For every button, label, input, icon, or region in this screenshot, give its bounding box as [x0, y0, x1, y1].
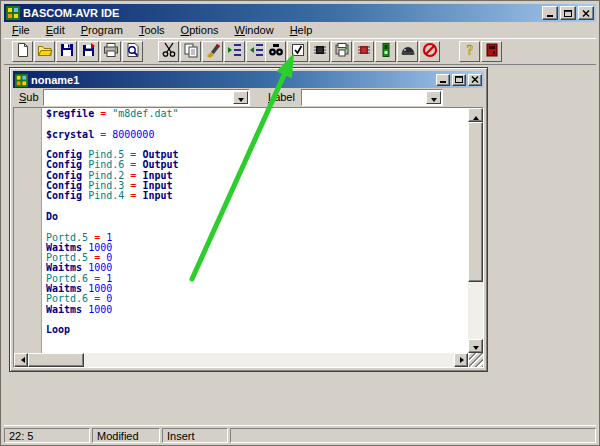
minimize-icon: [546, 10, 554, 17]
compile-button[interactable]: [309, 41, 330, 62]
copy-icon: [183, 42, 199, 62]
horizontal-scrollbar[interactable]: [14, 353, 468, 367]
print-button[interactable]: [100, 41, 121, 62]
save-all-icon: [81, 42, 97, 62]
cut-button[interactable]: [158, 41, 179, 62]
child-restore-button[interactable]: [452, 74, 466, 86]
code-text[interactable]: $regfile = "m8def.dat"$crystal = 8000000…: [46, 109, 467, 352]
editor-window-title-bar[interactable]: noname1: [13, 71, 484, 88]
paste-icon: [205, 42, 221, 62]
code-line: $crystal = 8000000: [46, 130, 467, 140]
syntax-check-icon: [290, 42, 306, 62]
exit-button[interactable]: [481, 41, 502, 62]
menu-options[interactable]: Options: [173, 23, 227, 37]
copy-button[interactable]: [180, 41, 201, 62]
menu-edit[interactable]: Edit: [38, 23, 73, 37]
print-preview-button[interactable]: [122, 41, 143, 62]
find-button[interactable]: [265, 41, 286, 62]
cursor-position: 22: 5: [4, 428, 90, 443]
chevron-down-icon[interactable]: [426, 91, 441, 104]
child-minimize-button[interactable]: [436, 74, 450, 86]
resize-grip[interactable]: [469, 353, 483, 367]
simulate-icon: [356, 42, 372, 62]
sub-combo[interactable]: [43, 89, 250, 106]
new-icon: [15, 42, 31, 62]
insert-mode-indicator: Insert: [162, 428, 228, 443]
exit-icon: [484, 42, 500, 62]
label-combo-label: Label: [268, 91, 295, 103]
terminal-icon: [400, 42, 416, 62]
paste-button[interactable]: [202, 41, 223, 62]
unindent-button[interactable]: [246, 41, 267, 62]
save-button[interactable]: [56, 41, 77, 62]
open-button[interactable]: [34, 41, 55, 62]
app-icon: [6, 6, 20, 20]
stop-button[interactable]: [419, 41, 440, 62]
editor-gutter: [14, 108, 42, 353]
document-icon: [15, 73, 28, 86]
modified-indicator: Modified: [92, 428, 160, 443]
chevron-down-icon[interactable]: [233, 91, 248, 104]
indent-icon: [227, 42, 243, 62]
maximize-icon: [564, 10, 572, 17]
compile-icon: [312, 42, 328, 62]
print-preview-icon: [125, 42, 141, 62]
label-combo[interactable]: [301, 89, 443, 106]
cut-icon: [161, 42, 177, 62]
toolbar: ?: [4, 38, 596, 65]
maximize-button[interactable]: [560, 6, 576, 20]
stop-icon: [422, 42, 438, 62]
menu-window[interactable]: Window: [227, 23, 282, 37]
menu-bar: FileEditProgramToolsOptionsWindowHelp: [4, 23, 596, 37]
show-result-icon: [334, 42, 350, 62]
show-result-button[interactable]: [331, 41, 352, 62]
vertical-scrollbar[interactable]: [468, 108, 483, 353]
new-button[interactable]: [12, 41, 33, 62]
help-button[interactable]: ?: [459, 41, 480, 62]
program-chip-button[interactable]: [375, 41, 396, 62]
navigator-row: Sub Label: [13, 88, 484, 107]
editor-window: noname1 Sub Label $regfile = "m8def.dat"…: [9, 67, 488, 372]
unindent-icon: [249, 42, 265, 62]
help-icon: ?: [462, 42, 478, 62]
close-icon: [471, 76, 479, 83]
scroll-left-button[interactable]: [14, 353, 28, 367]
find-icon: [268, 42, 284, 62]
child-close-button[interactable]: [468, 74, 482, 86]
status-spacer: [230, 428, 596, 443]
scroll-right-button[interactable]: [454, 353, 468, 367]
menu-tools[interactable]: Tools: [131, 23, 173, 37]
minimize-button[interactable]: [542, 6, 558, 20]
title-bar[interactable]: BASCOM-AVR IDE: [4, 4, 596, 22]
menu-program[interactable]: Program: [73, 23, 131, 37]
document-title: noname1: [31, 74, 436, 86]
code-line: [46, 202, 467, 212]
code-line: Do: [46, 212, 467, 222]
scroll-up-button[interactable]: [468, 108, 483, 122]
code-line: Waitms 1000: [46, 305, 467, 315]
scroll-down-button[interactable]: [468, 339, 483, 353]
menu-file[interactable]: File: [4, 23, 38, 37]
code-line: Loop: [46, 325, 467, 335]
terminal-button[interactable]: [397, 41, 418, 62]
program-chip-icon: [378, 42, 394, 62]
save-all-button[interactable]: [78, 41, 99, 62]
syntax-check-button[interactable]: [287, 41, 308, 62]
print-icon: [103, 42, 119, 62]
menu-help[interactable]: Help: [282, 23, 321, 37]
minimize-icon: [439, 76, 447, 83]
open-icon: [37, 42, 53, 62]
close-icon: [582, 10, 590, 17]
code-line: [46, 315, 467, 325]
code-editor[interactable]: $regfile = "m8def.dat"$crystal = 8000000…: [13, 107, 484, 368]
vertical-scroll-thumb[interactable]: [468, 122, 483, 282]
sub-combo-label: Sub: [19, 91, 39, 103]
window-title: BASCOM-AVR IDE: [23, 7, 542, 19]
status-bar: 22: 5 Modified Insert: [4, 425, 596, 442]
code-line: $regfile = "m8def.dat": [46, 109, 467, 119]
svg-text:?: ?: [466, 43, 473, 58]
simulate-button[interactable]: [353, 41, 374, 62]
horizontal-scroll-thumb[interactable]: [28, 353, 84, 367]
indent-button[interactable]: [224, 41, 245, 62]
close-button[interactable]: [578, 6, 594, 20]
